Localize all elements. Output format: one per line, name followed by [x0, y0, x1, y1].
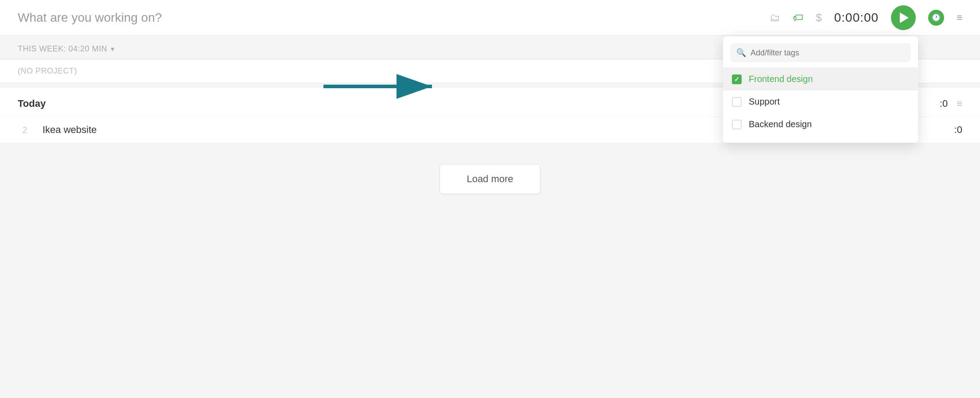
- today-label: Today: [18, 98, 46, 109]
- header: What are you working on? 🗂 🏷 $ 0:00:00 🕐…: [0, 0, 980, 35]
- menu-icon[interactable]: ≡: [957, 12, 962, 23]
- play-button[interactable]: [891, 5, 916, 30]
- clock-badge: 🕐: [928, 10, 944, 26]
- week-label: THIS WEEK: 04:20 MIN: [18, 44, 107, 54]
- load-more-container: Load more: [0, 143, 980, 215]
- load-more-button[interactable]: Load more: [439, 164, 540, 194]
- tag-icon[interactable]: 🏷: [793, 12, 803, 24]
- search-icon: 🔍: [736, 48, 746, 58]
- folder-icon[interactable]: 🗂: [770, 12, 780, 24]
- tag-item-backend-design[interactable]: Backend design: [723, 113, 918, 136]
- tag-checkbox-backend-design: [732, 120, 742, 129]
- no-project-label: (NO PROJECT): [18, 66, 77, 75]
- dropdown-search-area: 🔍: [723, 36, 918, 68]
- week-chevron-icon[interactable]: ▾: [111, 45, 114, 53]
- tag-checkbox-frontend-design: [732, 74, 742, 84]
- timer-display: 0:00:00: [834, 11, 879, 25]
- tag-search-input[interactable]: [751, 48, 905, 58]
- dollar-icon[interactable]: $: [816, 12, 821, 24]
- today-time: :0: [940, 98, 948, 109]
- tags-dropdown: 🔍 Frontend design Support Backend design: [723, 36, 918, 143]
- tag-checkbox-support: [732, 97, 742, 107]
- list-view-icon[interactable]: ≡: [957, 98, 962, 109]
- header-title[interactable]: What are you working on?: [18, 11, 770, 25]
- entry-time: :0: [954, 124, 962, 136]
- today-actions: :0 ≡: [940, 98, 962, 109]
- tag-label-support: Support: [749, 97, 780, 107]
- header-actions: 🗂 🏷 $ 0:00:00 🕐 ≡: [770, 5, 962, 30]
- tag-item-frontend-design[interactable]: Frontend design: [723, 68, 918, 90]
- tag-label-backend-design: Backend design: [749, 119, 812, 129]
- search-inner: 🔍: [730, 43, 911, 62]
- tag-label-frontend-design: Frontend design: [749, 74, 813, 84]
- entry-number: 2: [18, 125, 32, 135]
- tag-item-support[interactable]: Support: [723, 90, 918, 113]
